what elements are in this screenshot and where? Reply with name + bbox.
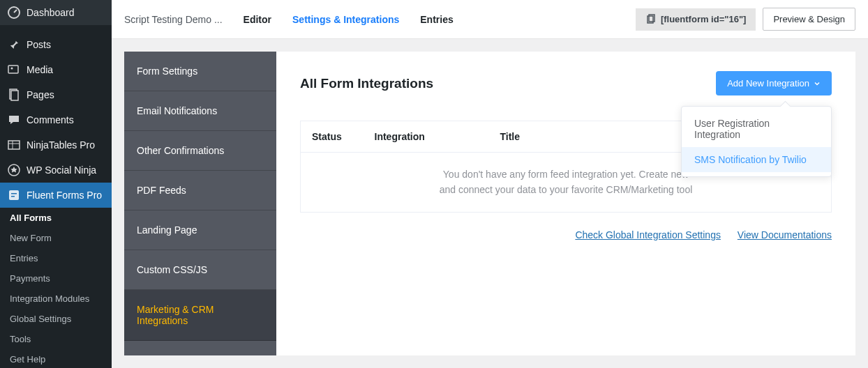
nav-form-settings[interactable]: Form Settings [124, 52, 276, 91]
media-icon [7, 63, 21, 77]
sidebar-label: Media [27, 64, 53, 75]
panel-header: All Form Integrations Add New Integratio… [300, 71, 832, 95]
tab-settings[interactable]: Settings & Integrations [292, 14, 399, 25]
table-icon [7, 138, 21, 152]
submenu-tools[interactable]: Tools [0, 329, 112, 349]
link-view-documentations[interactable]: View Documentations [738, 229, 832, 240]
bottom-links: Check Global Integration Settings View D… [300, 229, 832, 240]
page-title: Script Testing Demo ... [124, 14, 223, 25]
panel-title: All Form Integrations [300, 76, 433, 91]
wp-admin-sidebar: Dashboard Posts Media Pages Comments Nin… [0, 0, 112, 368]
integrations-panel: All Form Integrations Add New Integratio… [276, 52, 855, 355]
add-new-integration-button[interactable]: Add New Integration [716, 71, 832, 95]
nav-custom-css-js[interactable]: Custom CSS/JS [124, 250, 276, 290]
nav-pdf-feeds[interactable]: PDF Feeds [124, 171, 276, 210]
nav-landing-page[interactable]: Landing Page [124, 210, 276, 250]
integration-dropdown: User Registration Integration SMS Notifi… [681, 106, 832, 177]
sidebar-item-pages[interactable]: Pages [0, 82, 112, 107]
sidebar-submenu: All Forms New Form Entries Payments Inte… [0, 208, 112, 368]
svg-rect-5 [8, 141, 20, 149]
content-row: Form Settings Email Notifications Other … [112, 39, 868, 368]
sidebar-label: NinjaTables Pro [27, 139, 95, 151]
sidebar-item-posts[interactable]: Posts [0, 32, 112, 57]
th-integration: Integration [364, 121, 489, 153]
sidebar-label: WP Social Ninja [27, 164, 96, 176]
sidebar-label: Pages [27, 89, 54, 100]
svg-rect-4 [11, 91, 18, 100]
sidebar-label: Fluent Forms Pro [27, 190, 102, 201]
form-tabs: Editor Settings & Integrations Entries [244, 14, 636, 25]
sidebar-item-wpsocial[interactable]: WP Social Ninja [0, 158, 112, 183]
sidebar-item-comments[interactable]: Comments [0, 107, 112, 132]
comments-icon [7, 113, 21, 127]
top-bar: Script Testing Demo ... Editor Settings … [112, 0, 868, 39]
main-column: Script Testing Demo ... Editor Settings … [112, 0, 868, 368]
svg-rect-9 [9, 190, 19, 200]
dropdown-item-sms-twilio[interactable]: SMS Notification by Twilio [682, 147, 831, 172]
star-icon [7, 163, 21, 177]
empty-line2: and connect your data to your favorite C… [440, 184, 693, 195]
submenu-payments[interactable]: Payments [0, 268, 112, 289]
form-icon [7, 188, 21, 202]
sidebar-item-ninjatables[interactable]: NinjaTables Pro [0, 132, 112, 158]
copy-icon [645, 14, 657, 25]
dropdown-item-user-registration[interactable]: User Registration Integration [682, 111, 831, 147]
svg-rect-10 [11, 193, 17, 194]
submenu-entries[interactable]: Entries [0, 248, 112, 268]
nav-other-confirmations[interactable]: Other Confirmations [124, 131, 276, 171]
shortcode-text: [fluentform id="16"] [661, 14, 746, 24]
settings-nav: Form Settings Email Notifications Other … [124, 52, 276, 355]
sidebar-item-dashboard[interactable]: Dashboard [0, 0, 112, 25]
link-global-integration-settings[interactable]: Check Global Integration Settings [575, 229, 721, 240]
th-status: Status [301, 121, 364, 153]
svg-rect-1 [8, 66, 18, 73]
sidebar-item-media[interactable]: Media [0, 57, 112, 82]
submenu-get-help[interactable]: Get Help [0, 349, 112, 368]
nav-marketing-crm[interactable]: Marketing & CRM Integrations [124, 290, 276, 341]
shortcode-box[interactable]: [fluentform id="16"] [636, 8, 756, 31]
sidebar-label: Comments [27, 114, 74, 125]
submenu-new-form[interactable]: New Form [0, 228, 112, 248]
pages-icon [7, 88, 21, 102]
submenu-integration-modules[interactable]: Integration Modules [0, 289, 112, 309]
add-btn-label: Add New Integration [727, 78, 809, 89]
empty-line1: You don't have any form feed integration… [443, 169, 689, 180]
sidebar-item-fluentforms[interactable]: Fluent Forms Pro [0, 183, 112, 208]
nav-email-notifications[interactable]: Email Notifications [124, 91, 276, 131]
tab-editor[interactable]: Editor [244, 14, 271, 25]
tab-entries[interactable]: Entries [420, 14, 453, 25]
submenu-all-forms[interactable]: All Forms [0, 208, 112, 228]
preview-design-button[interactable]: Preview & Design [763, 8, 855, 31]
svg-rect-11 [11, 196, 15, 197]
chevron-down-icon [814, 80, 821, 87]
sidebar-label: Dashboard [27, 7, 75, 18]
svg-point-2 [11, 68, 13, 70]
dashboard-icon [7, 6, 21, 20]
sidebar-label: Posts [27, 39, 51, 50]
pin-icon [7, 38, 21, 52]
submenu-global-settings[interactable]: Global Settings [0, 309, 112, 329]
